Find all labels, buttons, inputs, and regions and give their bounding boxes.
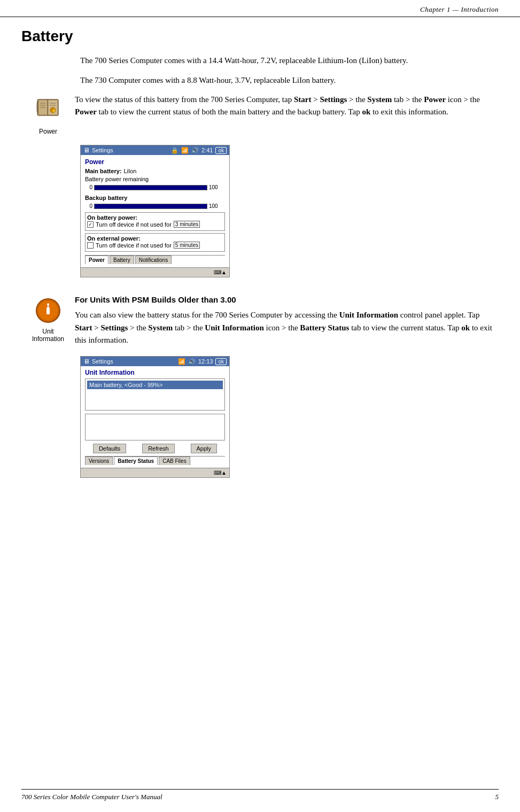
scr1-battery-box: On battery power: ✓ Turn off device if n… [85,212,225,231]
scr1-main-battery-label: Main battery: [85,168,121,174]
scr1-backup-label: Backup battery [85,195,225,201]
scr1-main-battery-row: Main battery: LiIon [85,168,225,174]
scr1-title: Settings [92,147,113,153]
screenshot2-wrapper: 🖥 Settings 📶 🔊 12:13 ok Unit Information… [80,356,499,478]
scr1-checkbox1-label: Turn off device if not used for [96,221,172,228]
scr1-on-battery-title: On battery power: [87,214,223,221]
scr2-tabs: Versions Battery Status CAB Files [85,456,225,465]
section-title: Battery [21,28,499,45]
scr2-refresh-button[interactable]: Refresh [142,444,175,453]
scr1-bar1-left: 0 [85,184,92,190]
footer-manual: 700 Series Color Mobile Computer User's … [21,793,162,801]
scr1-time: 2:41 [201,147,213,153]
para1: The 700 Series Computer comes with a 14.… [80,55,499,67]
scr1-bar2-fill [95,204,207,208]
para2: The 730 Computer comes with a 8.8 Watt-h… [80,74,499,87]
scr2-titlebar: 🖥 Settings 📶 🔊 12:13 ok [81,357,229,366]
scr1-bar1: 0 100 [85,184,225,190]
scr2-tab-cab-files[interactable]: CAB Files [159,457,190,465]
scr1-on-battery-section: On battery power: ✓ Turn off device if n… [85,212,225,231]
unit-icon: i [33,296,63,326]
power-icon: ⚡ [33,96,63,126]
subsection-title: For Units With PSM Builds Older than 3.0… [75,293,499,306]
scr2-apply-button[interactable]: Apply [191,444,218,453]
scr1-signal-icon: 📶 [181,147,189,154]
scr1-titlebar-right: 🔒 📶 🔊 2:41 ok [171,147,227,154]
unit-icon-label: Unit Information [32,328,64,343]
svg-point-14 [47,304,49,306]
scr2-keyboard-icon: ⌨▲ [214,470,227,476]
scr2-detail [85,414,225,440]
scr2-section: Unit Information [85,369,225,376]
scr1-win-icon: 🖥 [83,146,90,154]
scr1-backup-title: Backup battery [85,195,127,201]
scr1-titlebar-left: 🖥 Settings [83,146,113,154]
scr1-on-external-section: On external power: Turn off device if no… [85,233,225,252]
scr1-main-battery-type: LiIon [123,168,136,174]
scr1-dropdown1[interactable]: 3 minutes [174,221,200,228]
scr1-bar2-track [94,204,207,209]
scr1-checkbox2-row: Turn off device if not used for 5 minute… [87,242,223,249]
page-header: Chapter 1 — Introduction [0,0,520,17]
scr1-footer: ⌨▲ [81,267,229,277]
scr2-title: Settings [92,358,113,365]
scr2-list: Main battery, <Good - 99%> [85,378,225,411]
chapter-header: Chapter 1 — Introduction [420,5,499,14]
screenshot1: 🖥 Settings 🔒 📶 🔊 2:41 ok Power Main batt… [80,145,230,277]
scr2-titlebar-left: 🖥 Settings [83,358,113,365]
power-icon-container: ⚡ Power [21,94,75,135]
scr1-external-box: On external power: Turn off device if no… [85,233,225,252]
scr2-buttons: Defaults Refresh Apply [85,444,225,453]
power-note-text: To view the status of this battery from … [75,94,499,119]
scr1-checkbox1-row: ✓ Turn off device if not used for 3 minu… [87,221,223,228]
svg-text:⚡: ⚡ [51,108,57,113]
page-footer: 700 Series Color Mobile Computer User's … [21,789,499,801]
scr2-defaults-button[interactable]: Defaults [93,444,126,453]
scr1-ok-button[interactable]: ok [215,147,227,154]
scr1-bar2-right: 100 [209,203,225,209]
scr1-bar1-right: 100 [209,184,225,190]
scr1-checkbox2[interactable] [87,242,94,249]
scr1-body: Power Main battery: LiIon Battery power … [81,155,229,267]
unit-note-text: For Units With PSM Builds Older than 3.0… [75,293,499,346]
scr2-list-item[interactable]: Main battery, <Good - 99%> [87,381,223,389]
scr2-footer: ⌨▲ [81,468,229,477]
power-icon-label: Power [39,128,57,135]
scr1-keyboard-icon: ⌨▲ [214,269,227,275]
scr2-win-icon: 🖥 [83,358,90,365]
scr1-section: Power [85,158,225,166]
unit-icon-container: i Unit Information [21,293,75,343]
scr1-sound-icon: 🔊 [191,147,199,154]
scr1-lock-icon: 🔒 [171,147,178,154]
scr1-bar1-fill [95,185,207,190]
svg-rect-15 [46,307,50,314]
scr1-tabs: Power Battery Notifications [85,255,225,264]
scr2-time: 12:13 [198,358,213,365]
scr1-tab-battery[interactable]: Battery [110,256,134,264]
scr2-sound-icon: 🔊 [188,358,196,365]
scr1-bar2-left: 0 [85,203,92,209]
screenshot1-wrapper: 🖥 Settings 🔒 📶 🔊 2:41 ok Power Main batt… [80,145,499,277]
footer-page: 5 [495,793,499,801]
scr1-battery-power-remaining: Battery power remaining [85,176,225,182]
scr1-checkbox2-label: Turn off device if not used for [96,242,172,249]
scr1-bar2: 0 100 [85,203,225,209]
scr1-checkbox1[interactable]: ✓ [87,221,94,228]
power-icon-row: ⚡ Power To view the status of this batte… [21,94,499,135]
unit-icon-row: i Unit Information For Units With PSM Bu… [21,293,499,346]
scr2-tab-versions[interactable]: Versions [85,457,113,465]
scr2-tab-battery-status[interactable]: Battery Status [114,457,158,465]
scr2-titlebar-right: 📶 🔊 12:13 ok [178,358,227,365]
scr1-dropdown2[interactable]: 5 minutes [174,242,200,249]
scr1-bar1-track [94,185,207,190]
scr1-tab-notifications[interactable]: Notifications [135,256,172,264]
scr2-signal-icon: 📶 [178,358,185,365]
scr1-titlebar: 🖥 Settings 🔒 📶 🔊 2:41 ok [81,145,229,155]
screenshot2: 🖥 Settings 📶 🔊 12:13 ok Unit Information… [80,356,230,478]
scr2-ok-button[interactable]: ok [215,358,227,365]
page-content: Battery The 700 Series Computer comes wi… [0,28,520,526]
scr1-tab-power[interactable]: Power [85,256,108,264]
scr1-on-external-title: On external power: [87,235,223,242]
scr2-body: Unit Information Main battery, <Good - 9… [81,366,229,468]
